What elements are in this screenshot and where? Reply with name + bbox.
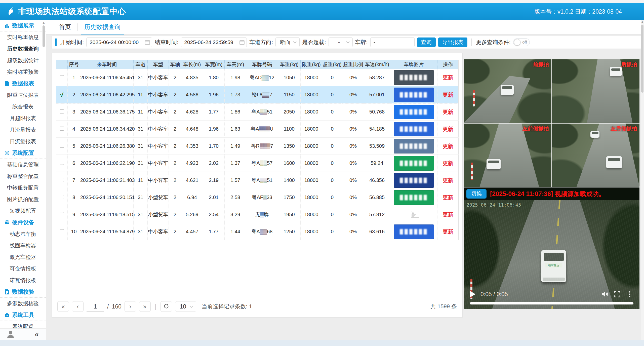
sidebar-item[interactable]: 网络配置 (0, 321, 46, 328)
tab-home[interactable]: 首页 (52, 20, 77, 34)
lane-direction-select[interactable]: 断面 (275, 37, 300, 47)
scroll-up-icon[interactable]: ▲ (42, 21, 45, 24)
update-link[interactable]: 更新 (443, 92, 453, 98)
table-row[interactable]: √22025-06-24 11:06:42.29511中小客车24.5861.9… (56, 86, 459, 103)
scroll-up-icon[interactable]: ▲ (641, 20, 644, 24)
sidebar-section-header[interactable]: 数据展示 (0, 20, 46, 31)
sidebar-item[interactable]: 诺瓦情报板 (0, 275, 46, 286)
checkbox-cell[interactable] (56, 223, 68, 240)
row-checkbox[interactable] (60, 195, 64, 199)
row-checkbox[interactable] (60, 109, 64, 113)
more-options-icon[interactable] (626, 290, 633, 298)
tab-history[interactable]: 历史数据查询 (78, 20, 127, 34)
table-row[interactable]: 52025-06-24 11:06:26.38031中小客车24.3531.70… (56, 138, 459, 155)
plate-image[interactable] (394, 105, 434, 119)
sidebar-item[interactable]: 线圈车检器 (0, 240, 46, 251)
next-page-button[interactable]: › (125, 301, 136, 312)
sidebar-item[interactable]: 历史数据查询 (0, 43, 46, 55)
row-checked-mark[interactable]: √ (60, 91, 63, 98)
end-time-input[interactable] (181, 37, 247, 47)
sidebar-collapse-button[interactable]: « (35, 331, 39, 338)
sidebar-item[interactable]: 日流量报表 (0, 136, 46, 147)
last-page-button[interactable]: » (139, 301, 151, 312)
user-icon[interactable] (6, 330, 15, 339)
table-row[interactable]: 12025-06-24 11:06:45.45131中小客车24.8351.80… (56, 69, 459, 86)
table-row[interactable]: 32025-06-24 11:06:36.17511中小客车24.6281.77… (56, 103, 459, 121)
update-link[interactable]: 更新 (443, 143, 453, 149)
sidebar-scrollbar-thumb[interactable] (43, 25, 45, 47)
sidebar-item[interactable]: 短视频配置 (0, 205, 46, 217)
row-checkbox[interactable] (60, 75, 64, 79)
table-row[interactable]: 42025-06-24 11:06:34.42031中小客车24.6481.96… (56, 121, 459, 138)
plate-image[interactable] (394, 88, 434, 102)
row-checkbox[interactable] (60, 229, 64, 233)
sidebar-item[interactable]: 动态汽车衡 (0, 228, 46, 240)
update-link[interactable]: 更新 (443, 229, 453, 235)
export-report-button[interactable]: 导出报表 (438, 37, 467, 47)
sidebar-item[interactable]: 多源数据核验 (0, 298, 46, 309)
page-scrollbar-thumb[interactable] (641, 25, 643, 93)
checkbox-cell[interactable]: √ (56, 86, 68, 103)
sidebar-section-header[interactable]: 数据校验 (0, 286, 46, 298)
sidebar-scrollbar[interactable]: ▲ (42, 21, 45, 323)
prev-page-button[interactable]: ‹ (72, 301, 84, 312)
capture-image-1[interactable]: 前抓拍 (464, 59, 551, 123)
table-row[interactable]: 82025-06-24 11:06:20.15131小型货车26.942.012… (56, 189, 459, 206)
page-number-input[interactable]: 1 (87, 301, 104, 312)
refresh-button[interactable] (160, 301, 172, 312)
update-link[interactable]: 更新 (443, 109, 453, 115)
sidebar-item[interactable]: 基础信息管理 (0, 159, 46, 170)
sidebar-item[interactable]: 超载数据统计 (0, 55, 46, 66)
video-progress-bar[interactable] (470, 302, 633, 304)
update-link[interactable]: 更新 (443, 74, 453, 80)
capture-image-3[interactable]: 左前侧抓拍 (464, 124, 551, 187)
plate-image[interactable] (394, 70, 434, 85)
update-link[interactable]: 更新 (443, 126, 453, 132)
plate-image[interactable] (394, 190, 434, 205)
switch-video-button[interactable]: 切换 (466, 189, 487, 199)
row-checkbox[interactable] (60, 212, 64, 216)
table-row[interactable]: 92025-06-24 11:06:18.51531小型货车25.2692.54… (56, 206, 459, 223)
checkbox-cell[interactable] (56, 189, 68, 206)
fullscreen-icon[interactable] (613, 290, 621, 298)
sidebar-item[interactable]: 月流量报表 (0, 124, 46, 136)
plate-image[interactable] (394, 156, 434, 171)
sidebar-item[interactable]: 限重吨位报表 (0, 89, 46, 101)
row-checkbox[interactable] (60, 161, 64, 165)
table-row[interactable]: 72025-06-24 11:06:21.40311中小客车24.6212.19… (56, 172, 459, 189)
checkbox-cell[interactable] (56, 138, 68, 155)
volume-icon[interactable] (601, 290, 608, 298)
page-size-select[interactable]: 10 (175, 301, 196, 312)
update-link[interactable]: 更新 (443, 195, 453, 200)
sidebar-item[interactable]: 激光车检器 (0, 251, 46, 263)
plate-image[interactable] (394, 122, 434, 136)
table-row[interactable]: 102025-06-24 11:05:54.87931中小客车24.4571.7… (56, 223, 459, 240)
update-link[interactable]: 更新 (443, 160, 453, 166)
plate-input[interactable] (370, 37, 415, 47)
first-page-button[interactable]: « (57, 301, 69, 312)
row-checkbox[interactable] (60, 178, 64, 182)
start-time-input[interactable] (86, 37, 152, 47)
checkbox-cell[interactable] (56, 103, 68, 121)
sidebar-item[interactable]: 实时称重预警 (0, 66, 46, 78)
plate-image[interactable] (394, 224, 434, 239)
play-button[interactable] (470, 291, 475, 297)
sidebar-item[interactable]: 月超限报表 (0, 112, 46, 124)
checkbox-cell[interactable] (56, 155, 68, 172)
calendar-icon[interactable] (145, 40, 150, 45)
sidebar-section-header[interactable]: 系统配置 (0, 147, 46, 159)
sidebar-item[interactable]: 综合报表 (0, 101, 46, 112)
sidebar-item[interactable]: 图片抓拍配置 (0, 194, 46, 205)
checkbox-cell[interactable] (56, 172, 68, 189)
search-button[interactable]: 查询 (417, 37, 436, 47)
checkbox-cell[interactable] (56, 206, 68, 223)
checkbox-cell[interactable] (56, 121, 68, 138)
video-player[interactable]: 临时客运 2025-06-24 11:06:45 0:05 / 0:05 (464, 200, 639, 309)
row-checkbox[interactable] (60, 127, 64, 131)
table-row[interactable]: 62025-06-24 11:06:22.19031中小客车24.9232.02… (56, 155, 459, 172)
capture-image-2[interactable]: 后抓拍 (552, 59, 640, 123)
sidebar-section-header[interactable]: 硬件设备 (0, 217, 46, 228)
plate-image[interactable] (394, 173, 434, 188)
calendar-icon[interactable] (239, 40, 245, 45)
update-link[interactable]: 更新 (443, 177, 453, 183)
